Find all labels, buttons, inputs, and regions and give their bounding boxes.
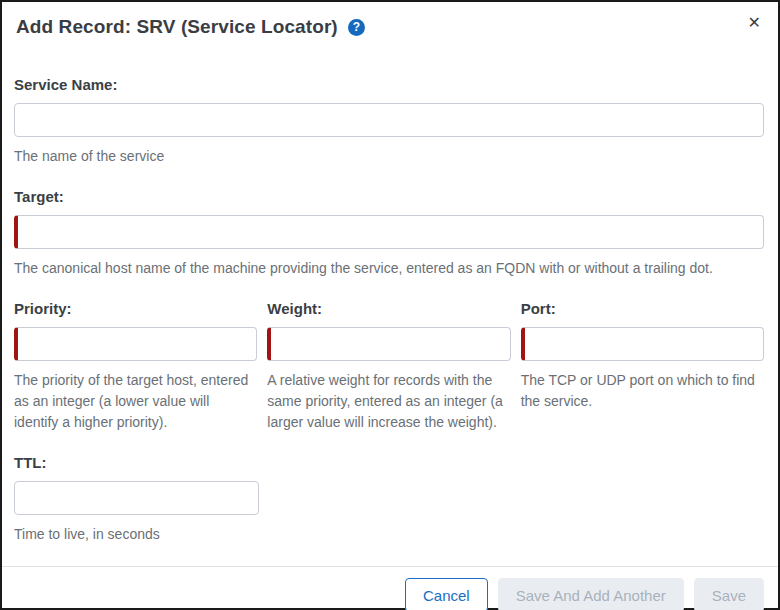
weight-help-text: A relative weight for records with the s…	[267, 370, 510, 433]
help-icon[interactable]: ?	[348, 19, 365, 36]
target-input[interactable]	[14, 215, 764, 249]
dialog-title: Add Record: SRV (Service Locator)	[16, 16, 338, 38]
save-and-add-another-button[interactable]: Save And Add Another	[498, 578, 684, 610]
weight-group: Weight: A relative weight for records wi…	[267, 300, 510, 433]
add-record-dialog: Add Record: SRV (Service Locator) ? ✕ Se…	[0, 0, 780, 610]
target-help-text: The canonical host name of the machine p…	[14, 258, 764, 279]
dialog-footer: Cancel Save And Add Another Save	[2, 566, 778, 610]
service-name-input[interactable]	[14, 103, 764, 137]
ttl-group: TTL: Time to live, in seconds	[14, 454, 764, 545]
ttl-help-text: Time to live, in seconds	[14, 524, 764, 545]
port-label: Port:	[521, 300, 764, 317]
dialog-header: Add Record: SRV (Service Locator) ? ✕	[2, 2, 778, 50]
priority-weight-port-row: Priority: The priority of the target hos…	[14, 300, 764, 433]
service-name-group: Service Name: The name of the service	[14, 76, 764, 167]
save-button[interactable]: Save	[694, 578, 764, 610]
dialog-body: Service Name: The name of the service Ta…	[2, 50, 778, 566]
priority-input[interactable]	[14, 327, 257, 361]
cancel-button[interactable]: Cancel	[405, 578, 488, 610]
target-group: Target: The canonical host name of the m…	[14, 188, 764, 279]
close-icon[interactable]: ✕	[748, 15, 761, 31]
ttl-input-wrap	[14, 481, 259, 515]
weight-label: Weight:	[267, 300, 510, 317]
target-label: Target:	[14, 188, 764, 205]
port-help-text: The TCP or UDP port on which to find the…	[521, 370, 764, 412]
ttl-label: TTL:	[14, 454, 764, 471]
port-input[interactable]	[521, 327, 764, 361]
weight-input[interactable]	[267, 327, 510, 361]
service-name-help-text: The name of the service	[14, 146, 764, 167]
service-name-label: Service Name:	[14, 76, 764, 93]
priority-help-text: The priority of the target host, entered…	[14, 370, 257, 433]
priority-label: Priority:	[14, 300, 257, 317]
ttl-input[interactable]	[14, 481, 259, 515]
port-group: Port: The TCP or UDP port on which to fi…	[521, 300, 764, 433]
priority-group: Priority: The priority of the target hos…	[14, 300, 257, 433]
